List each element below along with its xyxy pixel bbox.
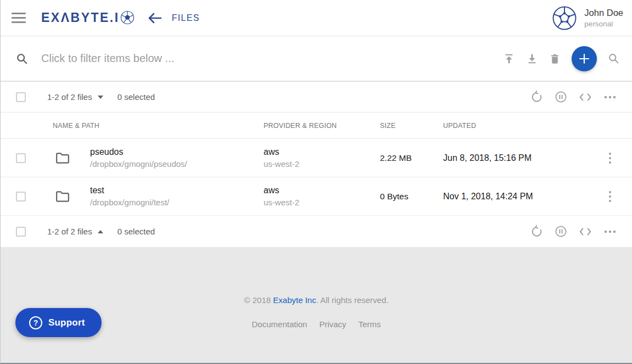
more-options-button[interactable] <box>603 95 617 99</box>
user-name: John Doe <box>584 7 623 19</box>
row-menu-button[interactable] <box>588 152 632 164</box>
row-checkbox[interactable] <box>16 153 26 163</box>
top-header: EXΛBYTE.I FILES <box>1 0 632 36</box>
menu-icon[interactable] <box>12 10 27 26</box>
provider-region: us-west-2 <box>264 197 380 209</box>
toolbar-actions-top <box>530 91 617 103</box>
privacy-link[interactable]: Privacy <box>319 320 346 329</box>
column-header-provider-region[interactable]: PROVIDER & REGION <box>264 122 380 130</box>
filter-actions <box>503 46 619 71</box>
copyright-suffix: . All rights reserved. <box>316 295 389 305</box>
select-all-checkbox[interactable] <box>16 227 26 237</box>
copyright-prefix: © 2018 <box>244 295 273 305</box>
select-all-checkbox[interactable] <box>16 92 26 102</box>
app-window: EXΛBYTE.I FILES <box>0 0 632 364</box>
provider-region: us-west-2 <box>264 158 380 170</box>
support-label: Support <box>48 317 85 328</box>
pause-button[interactable] <box>555 91 567 103</box>
page-footer: © 2018 Exabyte Inc. All rights reserved.… <box>1 247 632 364</box>
list-toolbar-bottom: 1-2 of 2 files 0 selected <box>1 216 632 247</box>
file-size: 2.22 MB <box>380 153 443 163</box>
user-info: John Doe personal <box>584 7 623 29</box>
back-arrow-icon[interactable] <box>148 12 162 24</box>
question-circle-icon: ? <box>29 316 43 330</box>
documentation-link[interactable]: Documentation <box>252 320 307 329</box>
logo-text: EXΛBYTE.I <box>41 10 120 25</box>
refresh-button[interactable] <box>530 225 543 238</box>
add-new-button[interactable] <box>572 46 597 71</box>
page-title: FILES <box>172 13 200 23</box>
row-checkbox[interactable] <box>16 192 26 201</box>
provider-name: aws <box>264 184 380 197</box>
column-header-size[interactable]: SIZE <box>380 122 443 130</box>
refresh-button[interactable] <box>530 91 543 103</box>
search-icon <box>16 53 28 65</box>
file-updated: Jun 8, 2018, 15:16 PM <box>443 153 588 163</box>
file-name[interactable]: test <box>90 184 264 197</box>
file-updated: Nov 1, 2018, 14:24 PM <box>443 192 588 201</box>
table-row[interactable]: pseudos /dropbox/gmogni/pseudos/ aws us-… <box>1 139 632 177</box>
provider-region-cell: aws us-west-2 <box>264 184 380 209</box>
selected-count-label: 0 selected <box>118 227 155 236</box>
pause-button[interactable] <box>555 225 567 238</box>
support-button[interactable]: ? Support <box>15 308 102 337</box>
name-path-cell: test /dropbox/gmogni/test/ <box>90 184 264 209</box>
selected-count-label: 0 selected <box>118 92 155 102</box>
folder-icon <box>55 152 70 165</box>
company-link[interactable]: Exabyte Inc <box>273 295 316 305</box>
svg-text:?: ? <box>33 318 38 327</box>
files-count-label[interactable]: 1-2 of 2 files <box>47 92 92 102</box>
list-toolbar-top: 1-2 of 2 files 0 selected <box>1 82 632 113</box>
table-header: NAME & PATH PROVIDER & REGION SIZE UPDAT… <box>1 113 632 139</box>
name-path-cell: pseudos /dropbox/gmogni/pseudos/ <box>90 145 264 170</box>
filter-input[interactable] <box>41 52 503 65</box>
avatar-soccer-ball-icon[interactable] <box>552 6 577 30</box>
folder-icon <box>55 190 70 203</box>
provider-region-cell: aws us-west-2 <box>264 145 380 170</box>
file-name[interactable]: pseudos <box>90 145 264 158</box>
toolbar-actions-bottom <box>530 225 617 238</box>
download-button[interactable] <box>526 53 538 65</box>
file-path: /dropbox/gmogni/test/ <box>90 197 264 209</box>
provider-name: aws <box>264 145 380 158</box>
copyright-text: © 2018 Exabyte Inc. All rights reserved. <box>1 295 632 305</box>
code-view-button[interactable] <box>579 92 592 102</box>
column-header-updated[interactable]: UPDATED <box>443 122 588 130</box>
table-row[interactable]: test /dropbox/gmogni/test/ aws us-west-2… <box>1 177 632 216</box>
upload-button[interactable] <box>503 53 515 65</box>
soccer-ball-icon <box>120 10 135 27</box>
search-toggle-button[interactable] <box>608 53 619 64</box>
delete-trash-button[interactable] <box>549 53 561 65</box>
account-area[interactable]: John Doe personal <box>552 6 623 30</box>
more-options-button[interactable] <box>603 229 617 234</box>
chevron-down-icon[interactable] <box>98 96 103 99</box>
file-size: 0 Bytes <box>380 192 443 201</box>
filter-bar <box>1 36 632 82</box>
user-account-type: personal <box>584 19 623 29</box>
column-header-name-path[interactable]: NAME & PATH <box>53 122 264 130</box>
chevron-up-icon[interactable] <box>98 230 103 233</box>
file-path: /dropbox/gmogni/pseudos/ <box>90 158 264 170</box>
terms-link[interactable]: Terms <box>359 320 381 329</box>
files-count-label[interactable]: 1-2 of 2 files <box>47 227 92 236</box>
exabyte-logo[interactable]: EXΛBYTE.I <box>41 9 135 27</box>
row-menu-button[interactable] <box>588 191 632 203</box>
code-view-button[interactable] <box>579 227 592 237</box>
